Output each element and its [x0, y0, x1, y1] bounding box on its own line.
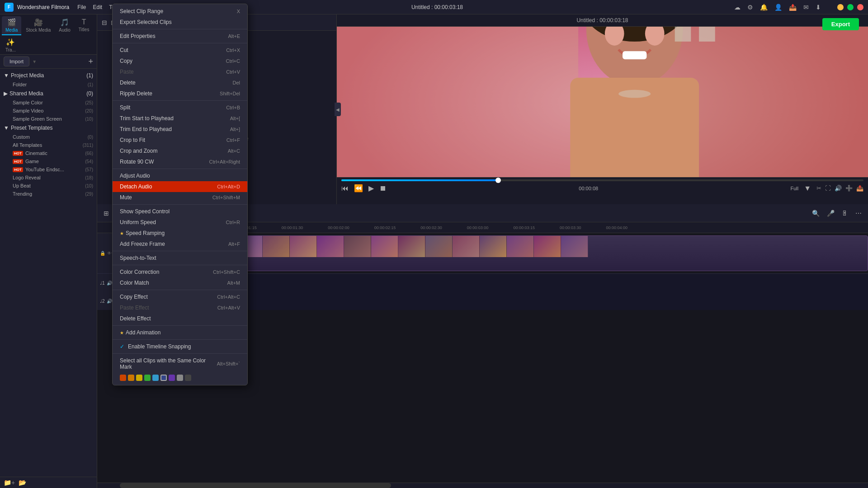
ctx-color-match[interactable]: Color Match Alt+M	[113, 277, 247, 288]
share-icon-2[interactable]: 📤	[856, 185, 863, 192]
folder-icon[interactable]: 📂	[19, 479, 26, 486]
import-arrow[interactable]: ▼	[32, 59, 37, 64]
ctx-select-clip-range[interactable]: Select Clip Range X	[113, 6, 247, 17]
collapse-panel-button[interactable]: ◀	[335, 103, 341, 116]
timeline-scrollbar[interactable]	[97, 483, 868, 488]
ctx-export-selected[interactable]: Export Selected Clips	[113, 17, 247, 28]
tree-item-logo-reveal[interactable]: Logo Reveal (18)	[0, 174, 97, 182]
more-tools-icon[interactable]: ⋯	[854, 208, 863, 219]
add-track-button[interactable]: ⊞	[102, 208, 111, 219]
ctx-delete[interactable]: Delete Del	[113, 77, 247, 88]
audio-1-vol-icon[interactable]: 🔊	[107, 281, 112, 286]
mix-icon[interactable]: 🎚	[840, 208, 850, 219]
ctx-uniform-speed[interactable]: Uniform Speed Ctrl+R	[113, 217, 247, 228]
ctx-cut[interactable]: Cut Ctrl+X	[113, 45, 247, 56]
ctx-show-speed-control[interactable]: Show Speed Control	[113, 206, 247, 217]
filter-icon[interactable]: ⊟	[102, 19, 107, 26]
ctx-detach-audio[interactable]: Detach Audio Ctrl+Alt+D	[113, 181, 247, 192]
maximize-button[interactable]	[847, 4, 854, 10]
ctx-rotate-90[interactable]: Rotate 90 CW Ctrl+Alt+Right	[113, 156, 247, 167]
swatch-dark[interactable]	[185, 375, 191, 381]
zoom-arrow[interactable]: ▼	[804, 184, 811, 192]
volume-icon[interactable]: 🔊	[835, 185, 842, 192]
zoom-in-icon[interactable]: 🔍	[810, 208, 821, 219]
audio-2-vol-icon[interactable]: 🔊	[107, 299, 112, 304]
audio-1-body[interactable]	[140, 274, 868, 292]
tree-item-folder[interactable]: Folder (1)	[0, 80, 97, 89]
step-back-button[interactable]: ⏪	[354, 184, 363, 192]
ctx-edit-properties[interactable]: Edit Properties Alt+E	[113, 31, 247, 42]
ctx-crop-to-fit[interactable]: Crop to Fit Ctrl+F	[113, 135, 247, 145]
swatch-purple[interactable]	[169, 375, 175, 381]
mic-icon[interactable]: 🎤	[825, 208, 836, 219]
share-icon[interactable]: 📤	[789, 4, 797, 11]
close-button[interactable]	[857, 4, 863, 10]
preset-templates-header[interactable]: ▼ Preset Templates	[0, 123, 97, 133]
progress-thumb[interactable]	[495, 178, 501, 183]
tab-stock-media[interactable]: 🎥 Stock Media	[22, 16, 54, 35]
ctx-ripple-delete[interactable]: Ripple Delete Shift+Del	[113, 88, 247, 99]
settings-icon[interactable]: ⚙	[747, 4, 753, 11]
video-track-body[interactable]: ✕ ! BAD AUDIO	[140, 233, 868, 273]
progress-track[interactable]	[341, 179, 863, 181]
ctx-copy-effect[interactable]: Copy Effect Ctrl+Alt+C	[113, 291, 247, 302]
minimize-button[interactable]	[837, 4, 844, 10]
swatch-gray[interactable]	[177, 375, 183, 381]
download-icon[interactable]: ⬇	[816, 4, 821, 11]
ctx-enable-snapping[interactable]: ✓ Enable Timeline Snapping	[113, 341, 247, 352]
skip-back-button[interactable]: ⏮	[341, 184, 349, 192]
tree-item-youtube[interactable]: HOT YouTube Endsc... (57)	[0, 165, 97, 174]
tree-item-sample-video[interactable]: Sample Video (20)	[0, 107, 97, 115]
notification-icon[interactable]: 🔔	[760, 4, 768, 11]
lock-icon[interactable]: 🔒	[100, 251, 105, 256]
crop-icon[interactable]: ✂	[816, 185, 821, 192]
account-icon[interactable]: 👤	[774, 4, 782, 11]
add-clip-icon[interactable]: ➕	[845, 185, 853, 192]
tab-transitions[interactable]: ✨ Tra...	[2, 36, 19, 54]
tree-item-up-beat[interactable]: Up Beat (10)	[0, 182, 97, 190]
ctx-copy[interactable]: Copy Ctrl+C	[113, 56, 247, 66]
stop-button[interactable]: ⏹	[379, 184, 387, 192]
ctx-select-same-color[interactable]: Select all Clips with the Same Color Mar…	[113, 355, 247, 372]
tree-item-trending[interactable]: Trending (29)	[0, 190, 97, 198]
ctx-color-correction[interactable]: Color Correction Ctrl+Shift+C	[113, 267, 247, 277]
export-button[interactable]: Export	[822, 18, 859, 30]
ctx-add-animation[interactable]: ★ Add Animation	[113, 327, 247, 338]
tree-item-sample-green[interactable]: Sample Green Screen (10)	[0, 115, 97, 123]
menu-file[interactable]: File	[77, 4, 86, 10]
add-media-button[interactable]: +	[88, 57, 93, 66]
swatch-orange-red[interactable]	[120, 375, 126, 381]
ctx-trim-end[interactable]: Trim End to Playhead Alt+]	[113, 124, 247, 135]
play-button[interactable]: ▶	[368, 184, 374, 192]
tree-item-cinematic[interactable]: HOT Cinematic (66)	[0, 149, 97, 157]
eye-icon[interactable]: 👁	[107, 251, 112, 256]
ctx-split[interactable]: Split Ctrl+B	[113, 102, 247, 113]
cloud-icon[interactable]: ☁	[734, 4, 741, 11]
swatch-dark-blue[interactable]	[160, 375, 167, 381]
tab-media[interactable]: 🎬 Media	[2, 16, 21, 35]
import-button[interactable]: Import	[4, 56, 29, 66]
swatch-blue[interactable]	[152, 375, 159, 381]
ctx-trim-start[interactable]: Trim Start to Playhead Alt+[	[113, 113, 247, 124]
ctx-speed-ramping[interactable]: ★ Speed Ramping	[113, 228, 247, 239]
audio-2-body[interactable]	[140, 292, 868, 310]
project-media-header[interactable]: ▼ Project Media (1)	[0, 70, 97, 80]
ctx-add-freeze-frame[interactable]: Add Freeze Frame Alt+F	[113, 239, 247, 249]
ctx-mute[interactable]: Mute Ctrl+Shift+M	[113, 192, 247, 203]
ctx-delete-effect[interactable]: Delete Effect	[113, 313, 247, 324]
tree-item-custom[interactable]: Custom (0)	[0, 133, 97, 141]
ctx-speech-to-text[interactable]: Speech-to-Text	[113, 253, 247, 263]
ctx-adjust-audio[interactable]: Adjust Audio	[113, 170, 247, 181]
tree-item-all-templates[interactable]: All Templates (311)	[0, 141, 97, 149]
tree-item-sample-color[interactable]: Sample Color (25)	[0, 99, 97, 107]
mail-icon[interactable]: ✉	[803, 4, 809, 11]
swatch-orange[interactable]	[128, 375, 134, 381]
ctx-crop-and-zoom[interactable]: Crop and Zoom Alt+C	[113, 145, 247, 156]
shared-media-header[interactable]: ▶ Shared Media (0)	[0, 89, 97, 99]
swatch-green[interactable]	[144, 375, 151, 381]
fullscreen-icon[interactable]: ⛶	[825, 185, 831, 192]
tab-audio[interactable]: 🎵 Audio	[55, 16, 74, 35]
clip-main[interactable]	[181, 235, 868, 271]
tab-titles[interactable]: T Titles	[75, 16, 93, 35]
add-folder-icon[interactable]: 📁+	[4, 479, 15, 486]
